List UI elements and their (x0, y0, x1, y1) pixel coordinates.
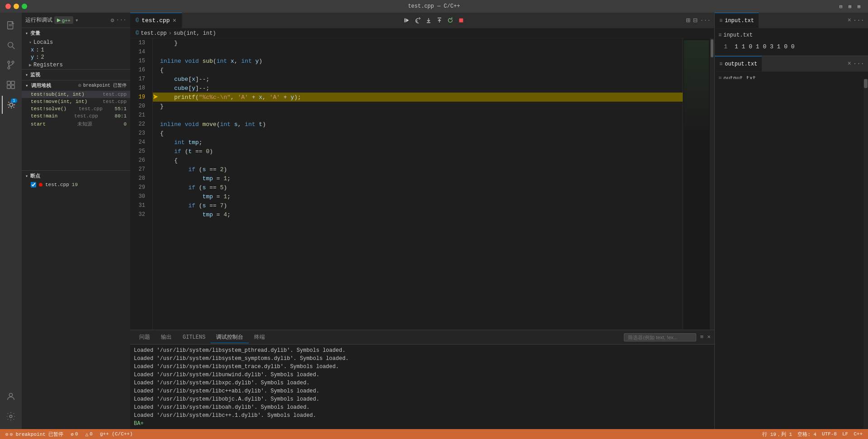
status-warnings[interactable]: △ 0 (84, 431, 94, 437)
breakpoints-header[interactable]: ▾ 断点 (22, 171, 130, 181)
activity-debug[interactable]: 1 (2, 96, 20, 114)
status-spaces[interactable]: 空格: 4 (796, 431, 818, 438)
debug-stepinto-btn[interactable] (424, 16, 434, 24)
call-stack-item-4[interactable]: start 未知源 0 (22, 120, 130, 128)
window-split-icon[interactable]: ⊞ (846, 3, 854, 10)
code-line-13[interactable]: } (153, 38, 683, 47)
variables-header[interactable]: ▾ 变量 (22, 28, 130, 38)
registers-header[interactable]: ▶ Registers (22, 61, 130, 69)
debug-restart-btn[interactable] (445, 16, 455, 24)
status-language[interactable]: C++ (852, 431, 864, 437)
activity-search[interactable] (2, 36, 20, 54)
window-grid-icon[interactable]: ⊞ (855, 3, 863, 10)
debug-stepover-btn[interactable] (413, 16, 423, 24)
watch-header[interactable]: ▾ 监视 (22, 69, 130, 80)
status-encoding[interactable]: UTF-8 (820, 431, 839, 437)
code-line-30[interactable]: tmp = 1; (153, 192, 683, 201)
output-list-icon[interactable]: ≡ (700, 334, 703, 341)
right-panel: ≡ input.txt × ··· ≡ input.txt 1 1 1 0 1 … (714, 13, 868, 429)
output-tab-terminal[interactable]: 终端 (249, 332, 270, 343)
output-filter-input[interactable] (624, 333, 696, 341)
close-button[interactable] (5, 4, 11, 9)
split-editor-icon[interactable]: ⊟ (693, 16, 698, 25)
code-line-27[interactable]: if (s == 2) (153, 165, 683, 174)
run-button[interactable]: ▶ g++ (54, 16, 73, 24)
code-line-20[interactable]: } (153, 102, 683, 111)
status-compiler[interactable]: g++ (C/C++) (98, 431, 135, 437)
input-close-icon[interactable]: × (847, 17, 851, 24)
code-line-19[interactable]: ⮞ printf("%c%c-\n", 'A' + x, 'A' + y); (153, 93, 683, 102)
output-tab-problems[interactable]: 问题 (134, 332, 156, 343)
call-stack-header[interactable]: ▾ 调用堆栈 ⊙ breakpoint 已暂停 (22, 80, 130, 91)
maximize-button[interactable] (22, 4, 27, 9)
call-stack-item-1[interactable]: test!move(int, int) test.cpp (22, 98, 130, 105)
minimize-button[interactable] (14, 4, 19, 9)
activity-account[interactable] (2, 388, 20, 406)
tab-test-cpp[interactable]: © test.cpp × (130, 13, 182, 28)
output-tab-output[interactable]: 输出 (156, 332, 177, 343)
vertical-scrollbar[interactable] (710, 38, 714, 330)
status-endings[interactable]: LF (840, 431, 850, 437)
debug-stop-btn[interactable] (456, 16, 466, 24)
tab-close-icon[interactable]: × (173, 18, 176, 24)
status-errors[interactable]: ⊘ 0 (69, 431, 80, 437)
debug-continue-btn[interactable] (402, 16, 412, 24)
code-line-24[interactable]: int tmp; (153, 138, 683, 147)
code-line-18[interactable]: cube[y]--; (153, 84, 683, 93)
more-actions-icon[interactable]: ··· (700, 17, 711, 24)
call-stack-item-0[interactable]: test!sub(int, int) test.cpp (22, 91, 130, 98)
code-line-28[interactable]: tmp = 1; (153, 174, 683, 183)
output-line-9: BA+ (134, 420, 711, 428)
debug-stepout-btn[interactable] (434, 16, 444, 24)
activity-settings[interactable] (2, 407, 20, 425)
output-file-close-icon[interactable]: × (847, 60, 851, 67)
output-file-tab[interactable]: ≡ output.txt (715, 56, 762, 71)
code-line-25[interactable]: if (t == 0) (153, 147, 683, 156)
settings-icon[interactable]: ⚙ (111, 17, 114, 24)
status-debug[interactable]: ⊙ ⊙ breakpoint 已暂停 (4, 431, 65, 438)
breakpoint-item-0[interactable]: test.cpp 19 (22, 181, 130, 188)
code-line-14[interactable] (153, 47, 683, 56)
input-tab[interactable]: ≡ input.txt (715, 13, 759, 28)
status-position[interactable]: 行 19，列 1 (760, 431, 794, 438)
input-more-icon[interactable]: ··· (853, 17, 864, 24)
output-file-more-icon[interactable]: ··· (853, 60, 864, 67)
activity-extensions[interactable] (2, 76, 20, 94)
breakpoint-label: breakpoint 已暂停 (83, 82, 127, 89)
breadcrumb-icon: © (136, 30, 139, 37)
locals-header[interactable]: ▾ Locals (22, 38, 130, 47)
code-line-26[interactable]: { (153, 156, 683, 165)
output-line-3: Loaded '/usr/lib/system/libunwind.dylib'… (134, 371, 711, 379)
code-line-16[interactable]: { (153, 65, 683, 75)
more-icon[interactable]: ··· (116, 17, 127, 24)
code-line-22[interactable]: inline void move(int s, int t) (153, 120, 683, 129)
var-x[interactable]: x : 1 (22, 47, 130, 54)
code-line-15[interactable]: inline void sub(int x, int y) (153, 56, 683, 65)
output-file-content: ≡ output.txt 1 BA+ 2 BC- 3 BA+ (715, 72, 868, 79)
breakpoint-checkbox[interactable] (31, 182, 36, 187)
call-stack-item-3[interactable]: test!main test.cpp 80:1 (22, 112, 130, 120)
breadcrumb-file[interactable]: test.cpp (141, 30, 167, 37)
code-line-21[interactable] (153, 111, 683, 120)
breadcrumb-location[interactable]: sub(int, int) (174, 30, 216, 37)
activity-source-control[interactable] (2, 56, 20, 74)
svg-rect-8 (7, 81, 10, 84)
code-line-23[interactable]: { (153, 129, 683, 138)
call-stack-item-2[interactable]: test!solve() test.cpp 55:1 (22, 105, 130, 112)
output-tab-debug[interactable]: 调试控制台 (211, 332, 249, 343)
right-panel-scrollbar[interactable] (863, 79, 868, 429)
svg-point-6 (12, 61, 14, 63)
goto-file-icon[interactable]: ⊞ (686, 16, 690, 25)
code-line-29[interactable]: if (s == 5) (153, 183, 683, 192)
watch-section: ▾ 监视 (22, 69, 130, 80)
var-y[interactable]: y : 2 (22, 54, 130, 61)
code-line-17[interactable]: cube[x]--; (153, 75, 683, 84)
code-line-31[interactable]: if (s == 7) (153, 201, 683, 210)
window-layout-icon[interactable]: ⊟ (837, 3, 844, 10)
config-dropdown-icon[interactable]: ▾ (75, 17, 79, 24)
breakpoint-dot (39, 183, 42, 187)
output-tab-gitlens[interactable]: GITLENS (177, 332, 211, 342)
activity-explorer[interactable] (2, 16, 20, 34)
output-close-icon[interactable]: × (707, 334, 711, 341)
code-line-32[interactable]: tmp = 4; (153, 210, 683, 219)
